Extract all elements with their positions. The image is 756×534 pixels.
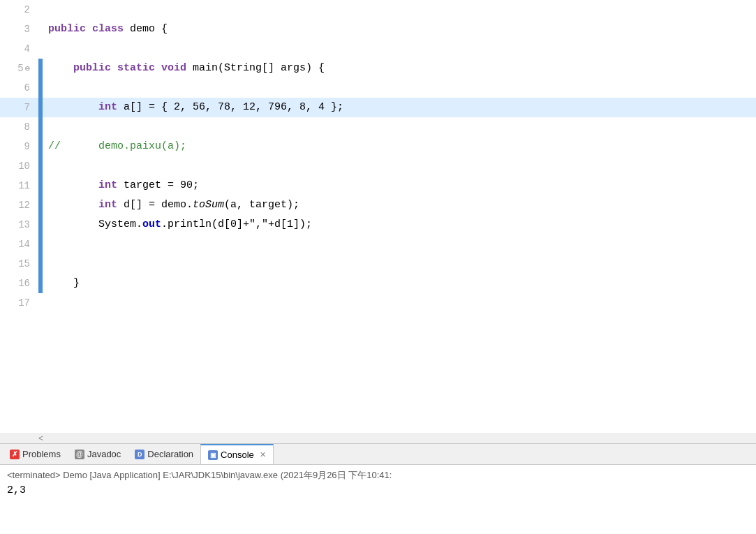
tab-problems[interactable]: ✗ Problems	[3, 444, 68, 464]
line-number-10: 10	[0, 158, 38, 174]
code-content-4	[43, 40, 756, 57]
code-content-14	[43, 236, 756, 253]
code-content-7: int a[] = { 2, 56, 78, 12, 796, 8, 4 };	[43, 99, 756, 116]
tab-javadoc[interactable]: @ Javadoc	[68, 444, 128, 464]
code-content-11: int target = 90;	[43, 177, 756, 194]
line-number-11: 11	[0, 178, 38, 193]
tab-declaration-label: Declaration	[147, 449, 193, 459]
line-number-2: 2	[0, 2, 38, 17]
code-line-7[interactable]: 7 int a[] = { 2, 56, 78, 12, 796, 8, 4 }…	[0, 98, 756, 117]
problems-icon: ✗	[10, 450, 20, 459]
line-number-9: 9	[0, 139, 38, 154]
line-number-13: 13	[0, 217, 38, 232]
console-terminated-line: <terminated> Demo [Java Application] E:\…	[7, 469, 749, 482]
line-number-3: 3	[0, 22, 38, 37]
console-output-area: <terminated> Demo [Java Application] E:\…	[0, 465, 756, 534]
code-content-6	[43, 80, 756, 96]
line-number-15: 15	[0, 256, 38, 272]
code-line-5[interactable]: 5 public static void main(String[] args)…	[0, 59, 756, 78]
tab-console-label: Console	[221, 450, 254, 460]
line-number-16: 16	[0, 276, 38, 291]
code-content-2	[43, 1, 756, 18]
code-content-13: System.out.println(d[0]+","+d[1]);	[43, 216, 756, 233]
code-content-10	[43, 158, 756, 175]
javadoc-icon: @	[75, 450, 84, 459]
code-line-14[interactable]: 14	[0, 235, 756, 254]
console-output-line: 2,3	[7, 484, 749, 496]
code-line-12[interactable]: 12 int d[] = demo.toSum(a, target);	[0, 195, 756, 215]
line-number-12: 12	[0, 198, 38, 213]
declaration-icon: D	[135, 450, 144, 459]
code-line-16[interactable]: 16 }	[0, 274, 756, 293]
horizontal-scrollbar[interactable]: <	[0, 433, 756, 443]
code-content-5: public static void main(String[] args) {	[43, 60, 756, 77]
code-line-3[interactable]: 3public class demo {	[0, 20, 756, 39]
line-number-4: 4	[0, 41, 38, 57]
console-close-icon[interactable]: ✕	[260, 450, 266, 459]
line-number-5: 5	[0, 61, 38, 76]
tab-console[interactable]: ▣ Console ✕	[200, 444, 274, 464]
code-line-8[interactable]: 8	[0, 117, 756, 137]
tabs-bar: ✗ Problems @ Javadoc D Declaration ▣ Con…	[0, 444, 756, 465]
line-number-7: 7	[0, 100, 38, 115]
line-number-17: 17	[0, 295, 38, 311]
tab-declaration[interactable]: D Declaration	[128, 444, 200, 464]
code-content-15	[43, 255, 756, 272]
line-number-8: 8	[0, 119, 38, 135]
code-line-17[interactable]: 17	[0, 293, 756, 313]
code-line-6[interactable]: 6	[0, 78, 756, 98]
code-content-17	[43, 295, 756, 311]
code-line-9[interactable]: 9// demo.paixu(a);	[0, 137, 756, 156]
line-number-14: 14	[0, 237, 38, 252]
code-line-4[interactable]: 4	[0, 39, 756, 59]
bottom-panel: ✗ Problems @ Javadoc D Declaration ▣ Con…	[0, 443, 756, 534]
code-content-9: // demo.paixu(a);	[43, 138, 756, 155]
code-line-15[interactable]: 15	[0, 254, 756, 274]
code-line-11[interactable]: 11 int target = 90;	[0, 176, 756, 195]
tab-problems-label: Problems	[22, 449, 61, 459]
code-content-3: public class demo {	[43, 21, 756, 38]
console-icon: ▣	[208, 450, 218, 460]
code-line-10[interactable]: 10	[0, 156, 756, 176]
code-content-12: int d[] = demo.toSum(a, target);	[43, 197, 756, 214]
line-number-6: 6	[0, 80, 38, 96]
tab-javadoc-label: Javadoc	[87, 449, 121, 459]
code-editor[interactable]: 2 3public class demo {4 5 public static …	[0, 0, 756, 433]
code-line-13[interactable]: 13 System.out.println(d[0]+","+d[1]);	[0, 215, 756, 235]
code-line-2[interactable]: 2	[0, 0, 756, 20]
code-content-16: }	[43, 275, 756, 292]
code-content-8	[43, 119, 756, 135]
